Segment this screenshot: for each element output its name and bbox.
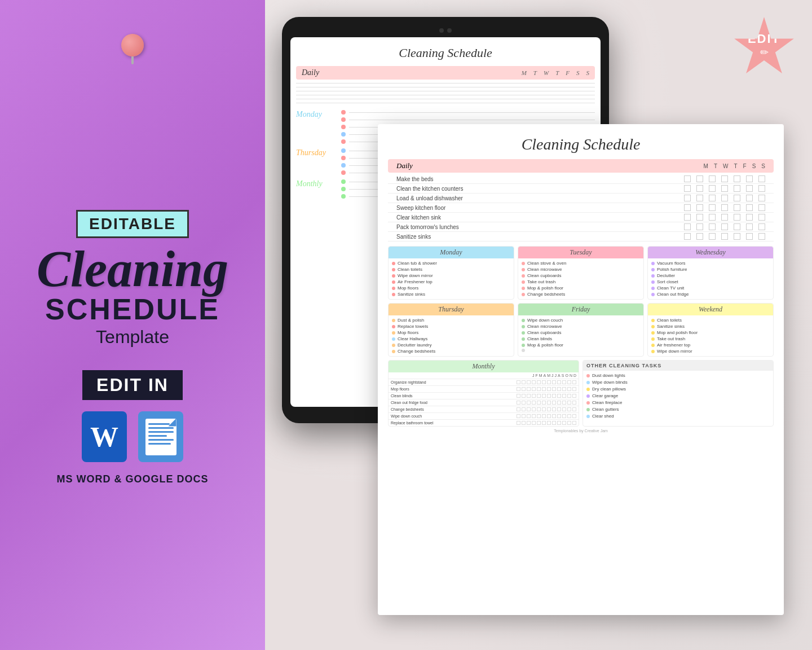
table-row: Clean blinds bbox=[389, 392, 579, 399]
list-item: Mop and polish floor bbox=[651, 330, 770, 335]
list-item: Mop & polish floor bbox=[522, 342, 640, 348]
table-row: Clean the kitchen counters bbox=[388, 184, 774, 194]
schedule-label: SCHEDULE bbox=[45, 295, 220, 324]
list-item: Take out trash bbox=[651, 336, 770, 341]
edit-in-label: EDIT IN bbox=[82, 370, 183, 400]
doc-tuesday-header: Tuesday bbox=[518, 247, 643, 258]
ms-word-icon[interactable] bbox=[82, 411, 127, 462]
list-item: Clean microwave bbox=[522, 267, 640, 272]
doc-bottom-section: Monthly JFMAMJJASOND Organize nightstand… bbox=[388, 360, 774, 427]
doc-other-tasks: OTHER CLEANING TASKS Dust down lights Wi… bbox=[582, 360, 774, 427]
doc-daily-header: Daily MTWTFSS bbox=[388, 159, 774, 173]
list-item: Clear shed bbox=[586, 414, 770, 419]
table-row: Clean out fridge food bbox=[389, 399, 579, 406]
list-item: Clean out fridge bbox=[651, 292, 770, 297]
list-item: Clean blinds bbox=[522, 336, 640, 341]
list-item: Dust down lights bbox=[586, 373, 770, 378]
doc-day-cols: MTWTFSS bbox=[704, 163, 765, 169]
list-item: Clear garage bbox=[586, 393, 770, 398]
list-item: Polish furniture bbox=[651, 267, 770, 272]
left-panel: EDITABLE Cleaning SCHEDULE Template EDIT… bbox=[0, 0, 265, 650]
table-row: Make the beds bbox=[388, 174, 774, 184]
list-item: Wipe down couch bbox=[522, 318, 640, 323]
pushpin-decoration bbox=[118, 34, 147, 62]
list-item: Sanitize sinks bbox=[392, 292, 510, 297]
list-item: Take out trash bbox=[522, 279, 640, 284]
list-item: Dry clean pillows bbox=[586, 387, 770, 392]
list-item: Wipe down mirror bbox=[392, 273, 510, 278]
table-row: Mop floors bbox=[389, 385, 579, 392]
tablet-monday-label: Monday bbox=[296, 110, 341, 119]
doc-friday-items: Wipe down couch Clean microwave Clean cu… bbox=[518, 315, 643, 354]
table-row: Change bedsheets bbox=[389, 406, 579, 412]
doc-friday-header: Friday bbox=[518, 304, 643, 315]
tablet-thursday-label: Thursday bbox=[296, 148, 341, 157]
edit-icon: ✏ bbox=[760, 47, 769, 58]
doc-monday-card: Monday Clean tub & shower Clean toilets … bbox=[388, 246, 514, 300]
list-item: Wipe down blinds bbox=[586, 380, 770, 385]
google-docs-icon[interactable] bbox=[138, 411, 183, 462]
tablet-daily-label: Daily bbox=[302, 68, 319, 77]
list-item bbox=[522, 349, 640, 352]
doc-tuesday-items: Clean stove & oven Clean microwave Clean… bbox=[518, 258, 643, 299]
table-row: Load & unload dishwasher bbox=[388, 194, 774, 203]
tablet-task-lines bbox=[296, 83, 595, 103]
template-label: Template bbox=[96, 327, 169, 348]
doc-footer: Templonables by Creative Jam bbox=[388, 429, 774, 433]
document-preview: Cleaning Schedule Daily MTWTFSS Make the… bbox=[378, 124, 784, 615]
table-row: Sanitize sinks bbox=[388, 232, 774, 241]
table-row: Wipe down couch bbox=[389, 412, 579, 419]
doc-wednesday-card: Wednesday Vacuum floors Polish furniture… bbox=[647, 246, 774, 300]
doc-monthly-header: Monthly bbox=[389, 361, 579, 372]
list-item: Clean cupboards bbox=[522, 330, 640, 335]
doc-weekend-items: Clean toilets Sanitize sinks Mop and pol… bbox=[648, 315, 773, 356]
list-item: Clean microwave bbox=[522, 324, 640, 329]
doc-tuesday-card: Tuesday Clean stove & oven Clean microwa… bbox=[518, 246, 644, 300]
list-item: Declutter bbox=[651, 273, 770, 278]
table-row: Pack tomorrow's lunches bbox=[388, 222, 774, 232]
list-item: Clean TV unit bbox=[651, 286, 770, 291]
list-item: Dust & polish bbox=[392, 318, 510, 323]
doc-weekend-card: Weekend Clean toilets Sanitize sinks Mop… bbox=[647, 303, 774, 357]
list-item: Clean fireplace bbox=[586, 400, 770, 405]
cleaning-script-text: Cleaning bbox=[37, 244, 228, 295]
doc-other-items-list: Dust down lights Wipe down blinds Dry cl… bbox=[583, 371, 773, 421]
doc-monday-items: Clean tub & shower Clean toilets Wipe do… bbox=[389, 258, 514, 299]
list-item: Wipe down mirror bbox=[651, 349, 770, 354]
table-row: Clear kitchen sink bbox=[388, 213, 774, 222]
table-row: Replace bathroom towel bbox=[389, 419, 579, 426]
list-item: Replace towels bbox=[392, 324, 510, 329]
doc-wednesday-items: Vacuum floors Polish furniture Declutter… bbox=[648, 258, 773, 299]
list-item: Clean cupboards bbox=[522, 273, 640, 278]
list-item: Clean toilets bbox=[392, 267, 510, 272]
doc-daily-label: Daily bbox=[396, 161, 704, 170]
doc-monday-header: Monday bbox=[389, 247, 514, 258]
doc-wednesday-header: Wednesday bbox=[648, 247, 773, 258]
doc-monthly-table: Monthly JFMAMJJASOND Organize nightstand… bbox=[388, 360, 579, 427]
table-row: Sweep kitchen floor bbox=[388, 203, 774, 213]
right-panel: EDIT ✏ Cleaning Schedule Daily MTWTFSS bbox=[265, 0, 812, 650]
list-item: Clear Hallways bbox=[392, 336, 510, 341]
camera-dot-1 bbox=[439, 28, 444, 33]
list-item: Sort closet bbox=[651, 279, 770, 284]
list-item: Mop floors bbox=[392, 286, 510, 291]
doc-friday-card: Friday Wipe down couch Clean microwave C… bbox=[518, 303, 644, 357]
editable-label: EDITABLE bbox=[76, 210, 189, 238]
doc-thursday-items: Dust & polish Replace towels Mop floors … bbox=[389, 315, 514, 356]
list-item: Air freshener top bbox=[651, 342, 770, 348]
list-item: Declutter laundry bbox=[392, 342, 510, 348]
list-item: Mop & polish floor bbox=[522, 286, 640, 291]
doc-weekend-header: Weekend bbox=[648, 304, 773, 315]
app-icons-container bbox=[82, 411, 183, 462]
list-item: Vacuum floors bbox=[651, 261, 770, 266]
tablet-daily-row: Daily MTWTFSS bbox=[296, 66, 595, 80]
bottom-text: MS WORD & GOOGLE DOCS bbox=[56, 473, 208, 485]
doc-title: Cleaning Schedule bbox=[388, 135, 774, 153]
doc-thursday-header: Thursday bbox=[389, 304, 514, 315]
list-item: Change bedsheets bbox=[392, 349, 510, 354]
tablet-monthly-label: Monthly bbox=[296, 179, 341, 188]
list-item: Clean toilets bbox=[651, 318, 770, 323]
list-item: Clean stove & oven bbox=[522, 261, 640, 266]
doc-monthly-rows: Organize nightstand Mop floors Clean bli… bbox=[389, 379, 579, 426]
table-row: Organize nightstand bbox=[389, 379, 579, 385]
